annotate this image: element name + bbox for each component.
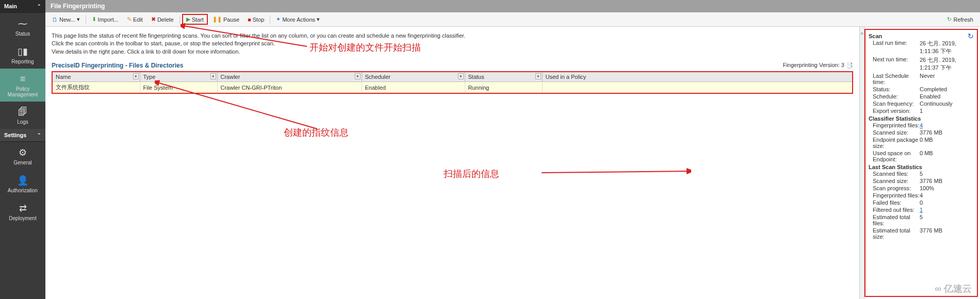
details-panel: ↻ Scan Last run time:26 七月. 2019, 1:11:3… — [864, 29, 978, 297]
page-title: File Fingerprinting — [45, 0, 980, 12]
edit-button[interactable]: ✎Edit — [123, 14, 146, 24]
watermark: ∞ 亿速云 — [935, 283, 972, 295]
more-actions-button[interactable]: ✦More Actions▾ — [272, 14, 323, 24]
sidebar-item-reporting[interactable]: ▯▮Reporting — [0, 41, 45, 69]
filter-icon[interactable]: ▾ — [210, 73, 216, 79]
table-row[interactable]: 文件系统指纹 File System Crawler CN-GRI-PTrito… — [52, 82, 853, 94]
description-text: This page lists the status of recent fil… — [52, 32, 853, 56]
refresh-icon: ↻ — [947, 16, 952, 23]
col-policy[interactable]: Used in a Policy — [542, 72, 853, 82]
filter-icon[interactable]: ▾ — [458, 73, 464, 79]
more-icon: ✦ — [276, 16, 281, 23]
caret-icon: ⌃ — [37, 132, 41, 138]
settings-icon[interactable]: 📑 — [846, 62, 853, 68]
import-button[interactable]: ⬇Import... — [88, 14, 122, 24]
dropdown-icon: ▾ — [317, 16, 320, 23]
new-icon: 🗋 — [52, 16, 58, 23]
content-main: This page lists the status of recent fil… — [45, 27, 859, 299]
caret-icon: ⌃ — [37, 4, 41, 9]
sidebar-item-authorization[interactable]: 👤Authorization — [0, 170, 45, 197]
sidebar-main-header[interactable]: Main⌃ — [0, 0, 45, 13]
dropdown-icon: ▾ — [77, 16, 80, 23]
col-name[interactable]: Name▾ — [52, 72, 140, 82]
pulse-icon: ⁓ — [1, 18, 44, 29]
pause-icon: ❚❚ — [213, 16, 222, 23]
last-scan-header: Last Scan Statistics — [869, 164, 974, 170]
new-button[interactable]: 🗋New...▾ — [48, 14, 84, 24]
filter-icon[interactable]: ▾ — [535, 73, 541, 79]
toolbar: 🗋New...▾ ⬇Import... ✎Edit ✖Delete ▶Start… — [45, 12, 980, 27]
col-type[interactable]: Type▾ — [140, 72, 217, 82]
col-scheduler[interactable]: Scheduler▾ — [362, 72, 465, 82]
chart-icon: ▯▮ — [1, 46, 44, 57]
main-sidebar: Main⌃ ⁓Status ▯▮Reporting ≡Policy Manage… — [0, 0, 45, 299]
filtered-files-link[interactable]: 1 — [920, 207, 923, 213]
sidebar-item-logs[interactable]: 🗐Logs — [0, 102, 45, 129]
col-status[interactable]: Status▾ — [465, 72, 542, 82]
fingerprinted-files-link[interactable]: 4 — [920, 122, 923, 128]
sidebar-item-policy[interactable]: ≡Policy Management — [0, 69, 45, 102]
sidebar-item-general[interactable]: ⚙General — [0, 142, 45, 170]
import-icon: ⬇ — [92, 16, 96, 23]
sidebar-item-status[interactable]: ⁓Status — [0, 13, 45, 41]
scan-header: Scan — [869, 33, 974, 39]
sidebar-settings-header[interactable]: Settings⌃ — [0, 129, 45, 142]
fingerprint-table: Name▾ Type▾ Crawler▾ Scheduler▾ Status▾ … — [52, 71, 853, 94]
delete-icon: ✖ — [151, 16, 156, 23]
stop-button[interactable]: ■Stop — [244, 15, 268, 24]
refresh-button[interactable]: ↻Refresh — [943, 14, 977, 24]
fingerprint-version: Fingerprinting Version: 3 📑 — [783, 62, 853, 69]
panel-collapse-toggle[interactable]: » — [859, 27, 864, 299]
col-crawler[interactable]: Crawler▾ — [217, 72, 362, 82]
filter-icon[interactable]: ▾ — [133, 73, 139, 79]
classifier-header: Classifier Statistics — [869, 115, 974, 122]
logs-icon: 🗐 — [1, 107, 44, 118]
start-button[interactable]: ▶Start — [182, 14, 208, 25]
edit-icon: ✎ — [127, 16, 132, 23]
delete-button[interactable]: ✖Delete — [148, 14, 177, 24]
panel-refresh-icon[interactable]: ↻ — [968, 32, 974, 40]
section-title: PreciseID Fingerprinting - Files & Direc… — [52, 62, 853, 69]
pause-button[interactable]: ❚❚Pause — [209, 14, 243, 24]
deploy-icon: ⇄ — [1, 203, 44, 214]
filter-icon[interactable]: ▾ — [355, 73, 361, 79]
list-icon: ≡ — [1, 74, 44, 85]
gear-icon: ⚙ — [1, 147, 44, 158]
play-icon: ▶ — [186, 16, 190, 23]
user-icon: 👤 — [1, 175, 44, 186]
stop-icon: ■ — [248, 16, 251, 23]
sidebar-item-deployment[interactable]: ⇄Deployment — [0, 197, 45, 225]
